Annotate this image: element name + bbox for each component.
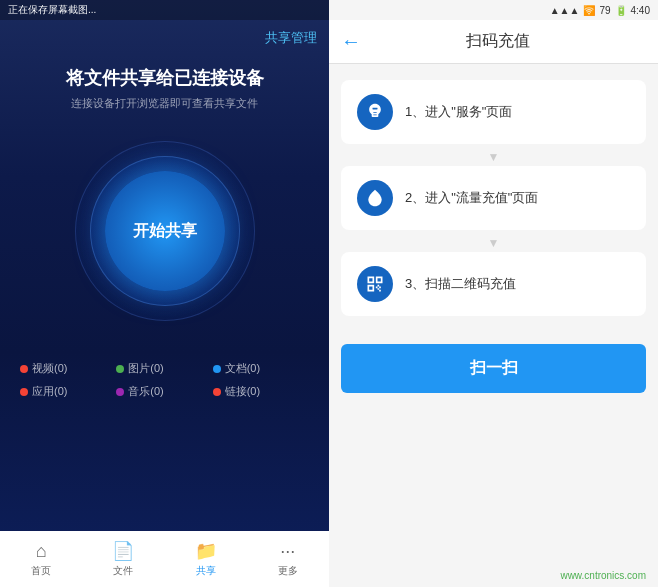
status-bar-left: 正在保存屏幕截图... (0, 0, 329, 20)
wifi-icon: 🛜 (583, 5, 595, 16)
bottom-spacer (329, 401, 658, 564)
service-icon (365, 102, 385, 122)
top-bar-left: 共享管理 (0, 20, 329, 56)
page-title: 扫码充值 (373, 31, 646, 52)
start-share-label: 开始共享 (133, 221, 197, 242)
share-manage-button[interactable]: 共享管理 (265, 29, 317, 47)
back-button[interactable]: ← (341, 30, 361, 53)
stat-dot-doc (213, 365, 221, 373)
step-3-card: 3、扫描二维码充值 (341, 252, 646, 316)
status-text: 正在保存屏幕截图... (8, 3, 96, 17)
stat-label-link: 链接(0) (225, 384, 260, 399)
start-share-button[interactable]: 开始共享 (105, 171, 225, 291)
step-2-icon-circle (357, 180, 393, 216)
nav-files[interactable]: 📄 文件 (82, 531, 164, 587)
home-icon: ⌂ (36, 541, 47, 562)
stat-link: 链接(0) (213, 384, 309, 399)
watermark: www.cntronics.com (329, 564, 658, 587)
signal-icon: ▲▲▲ (550, 5, 580, 16)
time-text: 4:40 (631, 5, 650, 16)
share-heading: 将文件共享给已连接设备 (66, 66, 264, 90)
status-bar-right: ▲▲▲ 🛜 79 🔋 4:40 (329, 0, 658, 20)
left-panel: 正在保存屏幕截图... 共享管理 将文件共享给已连接设备 连接设备打开浏览器即可… (0, 0, 329, 587)
nav-share[interactable]: 📁 共享 (165, 531, 247, 587)
share-subtitle: 连接设备打开浏览器即可查看共享文件 (66, 96, 264, 111)
step-1-icon-circle (357, 94, 393, 130)
stat-dot-app (20, 388, 28, 396)
stat-label-video: 视频(0) (32, 361, 67, 376)
step-3-text: 3、扫描二维码充值 (405, 275, 516, 293)
nav-share-label: 共享 (196, 564, 216, 578)
top-bar-right: ← 扫码充值 (329, 20, 658, 64)
share-title: 将文件共享给已连接设备 连接设备打开浏览器即可查看共享文件 (66, 66, 264, 111)
stat-label-image: 图片(0) (128, 361, 163, 376)
stat-dot-video (20, 365, 28, 373)
steps-container: 1、进入"服务"页面 ▼ 2、进入"流量充值"页面 ▼ 3、扫描二维码充值 (329, 64, 658, 336)
qr-icon (365, 274, 385, 294)
nav-files-label: 文件 (113, 564, 133, 578)
file-stats: 视频(0) 图片(0) 文档(0) 应用(0) 音乐(0) 链接(0) (0, 361, 329, 399)
bottom-nav: ⌂ 首页 📄 文件 📁 共享 ··· 更多 (0, 531, 329, 587)
stat-video: 视频(0) (20, 361, 116, 376)
stat-dot-link (213, 388, 221, 396)
stat-label-music: 音乐(0) (128, 384, 163, 399)
nav-more-label: 更多 (278, 564, 298, 578)
nav-home[interactable]: ⌂ 首页 (0, 531, 82, 587)
battery-text: 79 (599, 5, 610, 16)
step-2-text: 2、进入"流量充值"页面 (405, 189, 538, 207)
share-icon: 📁 (195, 540, 217, 562)
step-2-card: 2、进入"流量充值"页面 (341, 166, 646, 230)
step-3-icon-circle (357, 266, 393, 302)
stat-label-doc: 文档(0) (225, 361, 260, 376)
share-circle-container: 开始共享 (75, 141, 255, 321)
nav-more[interactable]: ··· 更多 (247, 531, 329, 587)
nav-home-label: 首页 (31, 564, 51, 578)
battery-icon: 🔋 (615, 5, 627, 16)
stat-dot-image (116, 365, 124, 373)
scan-button[interactable]: 扫一扫 (341, 344, 646, 393)
step-arrow-2: ▼ (341, 236, 646, 250)
water-icon (365, 188, 385, 208)
stat-music: 音乐(0) (116, 384, 212, 399)
stat-image: 图片(0) (116, 361, 212, 376)
right-panel: ▲▲▲ 🛜 79 🔋 4:40 ← 扫码充值 1、进入"服务"页面 ▼ 2、进入 (329, 0, 658, 587)
step-1-text: 1、进入"服务"页面 (405, 103, 512, 121)
step-1-card: 1、进入"服务"页面 (341, 80, 646, 144)
stat-doc: 文档(0) (213, 361, 309, 376)
stat-label-app: 应用(0) (32, 384, 67, 399)
more-icon: ··· (280, 541, 295, 562)
stat-dot-music (116, 388, 124, 396)
step-arrow-1: ▼ (341, 150, 646, 164)
stat-app: 应用(0) (20, 384, 116, 399)
files-icon: 📄 (112, 540, 134, 562)
